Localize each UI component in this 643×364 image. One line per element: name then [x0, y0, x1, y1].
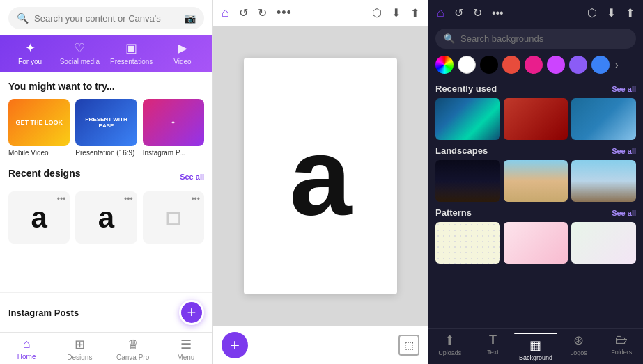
bg-thumb-dots[interactable] — [435, 222, 500, 264]
bg-home-icon[interactable]: ⌂ — [437, 6, 444, 20]
dots-menu-2[interactable]: ••• — [124, 194, 133, 204]
nav-menu[interactable]: ☰ Menu — [160, 337, 212, 361]
add-design-button[interactable]: + — [179, 300, 204, 325]
bg-nav-uploads[interactable]: ⬆ Uploads — [428, 333, 472, 361]
bg-thumb-red[interactable] — [504, 98, 568, 140]
dots-menu-3[interactable]: ••• — [191, 194, 200, 204]
dots-menu-1[interactable]: ••• — [57, 194, 66, 204]
swatch-violet[interactable] — [569, 56, 587, 74]
bg-thumb-pink-pattern[interactable] — [504, 222, 568, 264]
recently-used-grid — [435, 98, 636, 140]
color-palette-icon[interactable] — [435, 56, 454, 74]
bg-thumb-aurora[interactable] — [435, 98, 500, 140]
bg-undo-icon[interactable]: ↺ — [454, 6, 463, 19]
panel-editor: ⌂ ↺ ↻ ••• ⬡ ⬇ ⬆ a + ⬚ — [212, 0, 428, 364]
swatch-red[interactable] — [502, 56, 520, 74]
nav-canva-pro-label: Canva Pro — [116, 354, 149, 361]
bg-nav-background[interactable]: ▦ Background — [514, 333, 557, 361]
bg-nav-text[interactable]: T Text — [472, 333, 515, 361]
home-bottom-nav: ⌂ Home ⊞ Designs ♛ Canva Pro ☰ Menu — [0, 332, 212, 364]
bg-frames-icon[interactable]: ⬡ — [587, 6, 597, 19]
patterns-see-all[interactable]: See all — [612, 209, 636, 217]
see-all-recent[interactable]: See all — [180, 173, 204, 181]
suggestion-mobile-video-label: Mobile Video — [8, 149, 70, 157]
editor-home-icon[interactable]: ⌂ — [222, 6, 229, 20]
editor-share-icon[interactable]: ⬆ — [410, 6, 419, 19]
editor-more-icon[interactable]: ••• — [277, 6, 292, 20]
swatch-black[interactable] — [480, 56, 498, 74]
recently-used-see-all[interactable]: See all — [612, 85, 636, 93]
canvas-document[interactable]: a — [244, 58, 397, 294]
editor-frame-selector[interactable]: ⬚ — [398, 335, 419, 356]
uploads-icon: ⬆ — [444, 333, 455, 348]
menu-nav-icon: ☰ — [180, 337, 192, 352]
editor-redo-icon[interactable]: ↻ — [258, 6, 267, 19]
tab-video[interactable]: ▶ Video — [163, 40, 201, 65]
recent-title: Recent designs — [8, 168, 80, 179]
suggestion-instagram[interactable]: ✦ Instagram P... — [143, 99, 204, 157]
editor-add-button[interactable]: + — [222, 332, 248, 358]
patterns-grid — [435, 222, 636, 264]
recent-design-1[interactable]: ••• a — [8, 191, 70, 244]
bg-thumb-mountain[interactable] — [571, 160, 636, 202]
landscapes-title: Landscapes — [435, 145, 488, 156]
instagram-thumbnail: ✦ — [143, 99, 204, 146]
swatches-chevron-icon[interactable]: › — [615, 59, 619, 70]
suggestion-instagram-label: Instagram P... — [143, 149, 204, 157]
landscapes-grid — [435, 160, 636, 202]
tab-social-media[interactable]: ♡ Social media — [60, 40, 100, 65]
bg-more-icon[interactable]: ••• — [492, 7, 504, 19]
bg-nav-logos[interactable]: ⊛ Logos — [557, 333, 601, 361]
nav-home-label: Home — [17, 353, 36, 361]
nav-designs[interactable]: ⊞ Designs — [53, 337, 106, 361]
nav-home[interactable]: ⌂ Home — [0, 337, 53, 361]
suggestion-mobile-video[interactable]: GET THE LOOK Mobile Video — [8, 99, 70, 157]
instagram-posts-label: Instagram Posts — [8, 308, 79, 318]
recent-header: Recent designs See all — [8, 168, 204, 186]
nav-designs-label: Designs — [67, 354, 92, 361]
tab-social-media-label: Social media — [60, 58, 100, 65]
recently-used-header: Recently used See all — [435, 84, 636, 94]
bg-redo-icon[interactable]: ↻ — [473, 6, 482, 19]
editor-download-icon[interactable]: ⬇ — [392, 6, 401, 19]
bg-share-icon[interactable]: ⬆ — [626, 6, 635, 19]
landscapes-see-all[interactable]: See all — [612, 147, 636, 155]
recent-designs-list: ••• a ••• a ••• ◻ — [8, 191, 204, 244]
canvas-area[interactable]: a — [213, 26, 428, 326]
bg-thumb-city[interactable] — [435, 160, 500, 202]
toolbar-left: ⌂ ↺ ↻ ••• — [222, 6, 292, 20]
bg-thumb-blue[interactable] — [571, 98, 636, 140]
background-icon: ▦ — [529, 338, 541, 353]
bg-toolbar: ⌂ ↺ ↻ ••• ⬡ ⬇ ⬆ — [428, 0, 643, 26]
home-search-input[interactable] — [34, 13, 178, 24]
home-search-bar[interactable]: 🔍 📷 — [8, 7, 204, 29]
canva-pro-nav-icon: ♛ — [127, 337, 139, 352]
bg-thumb-desert[interactable] — [504, 160, 568, 202]
video-icon: ▶ — [178, 40, 187, 56]
bg-nav-folders[interactable]: 🗁 Folders — [600, 333, 643, 361]
swatch-blue[interactable] — [591, 56, 610, 74]
bg-thumb-floral[interactable] — [571, 222, 636, 264]
camera-icon[interactable]: 📷 — [184, 13, 196, 24]
nav-canva-pro[interactable]: ♛ Canva Pro — [107, 337, 160, 361]
suggestion-presentation[interactable]: PRESENT WITH EASE Presentation (16:9) — [75, 99, 137, 157]
landscapes-header: Landscapes See all — [435, 145, 636, 156]
mobile-video-preview: GET THE LOOK — [8, 99, 70, 146]
editor-toolbar: ⌂ ↺ ↻ ••• ⬡ ⬇ ⬆ — [213, 0, 428, 26]
bg-search-bar[interactable]: 🔍 — [435, 29, 636, 49]
instagram-preview: ✦ — [143, 99, 204, 146]
swatch-pink[interactable] — [525, 56, 543, 74]
editor-undo-icon[interactable]: ↺ — [239, 6, 248, 19]
tab-for-you[interactable]: ✦ For you — [11, 40, 49, 65]
swatch-purple[interactable] — [547, 56, 565, 74]
tab-presentations[interactable]: ▣ Presentations — [110, 40, 153, 65]
recent-design-3[interactable]: ••• ◻ — [143, 191, 204, 244]
recent-design-2[interactable]: ••• a — [75, 191, 137, 244]
bg-search-icon: 🔍 — [444, 33, 455, 44]
bg-download-icon[interactable]: ⬇ — [607, 6, 616, 19]
bg-search-input[interactable] — [460, 33, 628, 44]
swatch-white[interactable] — [458, 56, 476, 74]
editor-frames-icon[interactable]: ⬡ — [372, 6, 382, 19]
mobile-video-thumbnail: GET THE LOOK — [8, 99, 70, 146]
design-preview-3: ◻ — [165, 206, 181, 229]
